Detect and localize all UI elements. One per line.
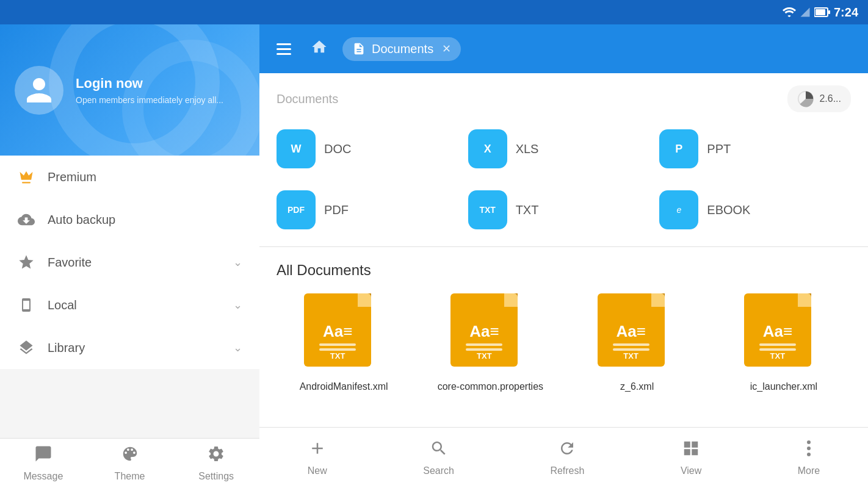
avatar xyxy=(15,66,63,115)
all-docs-title: All Documents xyxy=(277,262,851,279)
svg-point-6 xyxy=(807,453,811,456)
message-icon xyxy=(34,445,52,467)
sidebar-item-auto-backup[interactable]: Auto backup xyxy=(0,198,259,241)
wifi-icon xyxy=(783,7,796,17)
doc-type-pdf[interactable]: PDF PDF xyxy=(277,185,468,234)
signal-icon xyxy=(800,7,811,18)
crown-icon xyxy=(17,168,35,186)
file-icon-1: Aa≡ TXT xyxy=(304,293,383,373)
docs-grid: Aa≡ TXT AndroidManifest.xml xyxy=(277,293,851,393)
svg-point-4 xyxy=(807,440,811,444)
cloud-icon xyxy=(17,210,35,229)
doc-type-label-doc: DOC xyxy=(324,142,351,156)
doc-icon-txt: TXT xyxy=(468,190,507,229)
sidebar-label-local: Local xyxy=(48,298,233,312)
search-button[interactable]: Search xyxy=(411,433,466,483)
file-icon-3: Aa≡ TXT xyxy=(598,293,677,373)
sidebar-item-premium[interactable]: Premium xyxy=(0,156,259,198)
new-button[interactable]: New xyxy=(295,433,339,483)
doc-icon-ebook: e xyxy=(659,190,698,229)
view-button[interactable]: View xyxy=(668,433,714,483)
svg-point-5 xyxy=(807,447,811,450)
sidebar-menu: Premium Auto backup Favorite xyxy=(0,156,259,438)
doc-icon-xls: X xyxy=(468,129,507,168)
sidebar-item-library[interactable]: Library ⌄ xyxy=(0,326,259,369)
storage-text: 2.6... xyxy=(819,93,841,104)
battery-icon xyxy=(814,7,830,17)
settings-button[interactable]: Settings xyxy=(173,439,259,488)
doc-type-label-ppt: PPT xyxy=(707,142,731,156)
home-button[interactable] xyxy=(306,34,333,64)
sidebar: Login now Open members immediately enjoy… xyxy=(0,24,259,488)
new-label: New xyxy=(308,465,327,476)
breadcrumb-text: Documents xyxy=(372,42,433,56)
theme-label: Theme xyxy=(115,471,145,482)
doc-name-4: ic_launcher.xml xyxy=(750,380,817,393)
doc-types-section: Documents 2.6... W DOC xyxy=(259,73,868,247)
storage-badge: 2.6... xyxy=(787,85,851,112)
sidebar-item-local[interactable]: Local ⌄ xyxy=(0,284,259,326)
file-icon-4: Aa≡ TXT xyxy=(744,293,823,373)
breadcrumb-pill[interactable]: Documents ✕ xyxy=(342,37,461,61)
doc-type-grid: W DOC X XLS P PPT PDF PDF xyxy=(277,124,851,234)
status-icons: 7:24 xyxy=(783,5,858,20)
time-display: 7:24 xyxy=(834,5,858,20)
doc-type-label-xls: XLS xyxy=(516,142,539,156)
doc-type-label-txt: TXT xyxy=(516,203,539,217)
chevron-down-icon: ⌄ xyxy=(233,256,242,269)
sidebar-label-premium: Premium xyxy=(48,170,242,184)
refresh-icon xyxy=(558,439,576,462)
close-icon[interactable]: ✕ xyxy=(442,42,451,56)
sidebar-bottom-nav: Message Theme Settings xyxy=(0,438,259,488)
view-label: View xyxy=(681,465,701,476)
message-button[interactable]: Message xyxy=(0,439,87,488)
all-docs-section: All Documents Aa≡ TXT An xyxy=(259,247,868,427)
chevron-down-icon-3: ⌄ xyxy=(233,341,242,354)
doc-type-ebook[interactable]: e EBOOK xyxy=(659,185,851,234)
search-icon xyxy=(430,439,448,462)
chevron-down-icon-2: ⌄ xyxy=(233,298,242,312)
settings-label: Settings xyxy=(198,471,234,482)
hamburger-button[interactable] xyxy=(272,38,296,60)
doc-type-label-ebook: EBOOK xyxy=(707,203,750,217)
sidebar-item-favorite[interactable]: Favorite ⌄ xyxy=(0,241,259,284)
svg-rect-2 xyxy=(828,10,830,14)
doc-item-1[interactable]: Aa≡ TXT AndroidManifest.xml xyxy=(277,293,411,393)
doc-types-title: Documents xyxy=(277,92,338,106)
theme-icon xyxy=(121,445,139,467)
doc-icon-ppt: P xyxy=(659,129,698,168)
sidebar-user-info: Login now Open members immediately enjoy… xyxy=(76,76,223,105)
doc-type-xls[interactable]: X XLS xyxy=(468,124,660,173)
phone-icon xyxy=(17,296,35,314)
user-icon xyxy=(24,75,54,106)
bottom-bar: New Search Refresh xyxy=(259,427,868,488)
doc-type-doc[interactable]: W DOC xyxy=(277,124,468,173)
refresh-button[interactable]: Refresh xyxy=(538,433,596,483)
doc-item-2[interactable]: Aa≡ TXT core-common.properties xyxy=(423,293,557,393)
sidebar-header[interactable]: Login now Open members immediately enjoy… xyxy=(0,24,259,156)
refresh-label: Refresh xyxy=(550,465,584,476)
layers-icon xyxy=(17,339,35,357)
doc-name-3: z_6.xml xyxy=(620,380,654,393)
status-bar: 7:24 xyxy=(0,0,868,24)
star-icon xyxy=(17,253,35,271)
doc-type-txt[interactable]: TXT TXT xyxy=(468,185,660,234)
more-label: More xyxy=(798,465,820,476)
search-label: Search xyxy=(423,465,454,476)
file-icon-2: Aa≡ TXT xyxy=(450,293,530,373)
dots-vertical-icon xyxy=(806,439,812,462)
plus-icon xyxy=(308,439,327,462)
doc-type-label-pdf: PDF xyxy=(324,203,349,217)
doc-item-4[interactable]: Aa≡ TXT ic_launcher.xml xyxy=(717,293,851,393)
doc-type-ppt[interactable]: P PPT xyxy=(659,124,851,173)
top-bar: Documents ✕ xyxy=(259,24,868,73)
sidebar-label-auto-backup: Auto backup xyxy=(48,213,242,227)
login-title: Login now xyxy=(76,76,223,92)
sidebar-label-favorite: Favorite xyxy=(48,256,233,270)
message-label: Message xyxy=(23,471,63,482)
app-container: Login now Open members immediately enjoy… xyxy=(0,24,868,488)
doc-item-3[interactable]: Aa≡ TXT z_6.xml xyxy=(570,293,704,393)
theme-button[interactable]: Theme xyxy=(87,439,173,488)
more-button[interactable]: More xyxy=(786,433,832,483)
doc-name-1: AndroidManifest.xml xyxy=(300,380,388,393)
